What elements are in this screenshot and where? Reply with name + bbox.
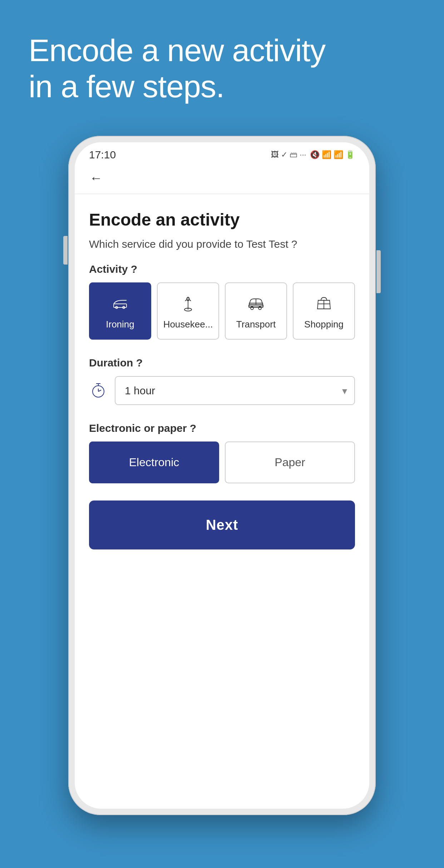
service-question: Which service did you provide to Test Te… [89, 238, 355, 250]
status-bar: 17:10 🖼 ✓ 🗃 ··· 🔇 📶 📶 🔋 [75, 142, 369, 164]
phone-outer: 17:10 🖼 ✓ 🗃 ··· 🔇 📶 📶 🔋 ← Encode an acti… [68, 136, 376, 815]
activity-label-ironing: Ironing [106, 319, 134, 330]
activity-card-transport[interactable]: Transport [225, 282, 287, 340]
electronic-button[interactable]: Electronic [89, 442, 219, 483]
payment-section-label: Electronic or paper ? [89, 422, 355, 434]
ironing-icon [111, 294, 129, 314]
activity-label-transport: Transport [236, 319, 276, 330]
svg-line-17 [98, 390, 101, 391]
header-title: Encode a new activity in a few steps. [29, 32, 415, 104]
timer-icon [89, 381, 108, 401]
activity-label-shopping: Shopping [304, 319, 344, 330]
background-header: Encode a new activity in a few steps. [0, 0, 444, 126]
transport-icon [247, 294, 265, 314]
phone-side-right [376, 250, 381, 293]
back-button[interactable]: ← [87, 169, 105, 187]
activity-section-label: Activity ? [89, 263, 355, 275]
activity-card-housekeeping[interactable]: Housekee... [157, 282, 219, 340]
activity-label-housekeeping: Housekee... [163, 319, 213, 330]
phone-inner: 17:10 🖼 ✓ 🗃 ··· 🔇 📶 📶 🔋 ← Encode an acti… [75, 142, 369, 809]
screen-content: Encode an activity Which service did you… [75, 194, 369, 809]
system-icons: 🔇 📶 📶 🔋 [310, 150, 355, 159]
duration-select-wrapper: 30 minutes 1 hour 2 hours 3 hours 4 hour… [115, 376, 355, 405]
activity-grid: Ironing Housekee... [89, 282, 355, 340]
status-icons: 🖼 ✓ 🗃 ··· 🔇 📶 📶 🔋 [271, 150, 355, 159]
payment-buttons: Electronic Paper [89, 442, 355, 483]
phone-side-left [63, 236, 68, 265]
payment-section: Electronic or paper ? Electronic Paper [89, 422, 355, 483]
paper-button[interactable]: Paper [225, 442, 355, 483]
activity-card-shopping[interactable]: Shopping [293, 282, 355, 340]
duration-section-label: Duration ? [89, 357, 355, 369]
nav-bar: ← [75, 164, 369, 194]
back-arrow-icon: ← [90, 171, 103, 186]
duration-select[interactable]: 30 minutes 1 hour 2 hours 3 hours 4 hour… [115, 376, 355, 405]
activity-card-ironing[interactable]: Ironing [89, 282, 151, 340]
housekeeping-icon [179, 294, 197, 314]
phone-device: 17:10 🖼 ✓ 🗃 ··· 🔇 📶 📶 🔋 ← Encode an acti… [68, 136, 376, 815]
next-button[interactable]: Next [89, 500, 355, 549]
duration-row: 30 minutes 1 hour 2 hours 3 hours 4 hour… [89, 376, 355, 405]
shopping-icon [315, 294, 333, 314]
page-title: Encode an activity [89, 210, 355, 230]
notification-icons: 🖼 ✓ 🗃 ··· [271, 150, 306, 159]
status-time: 17:10 [89, 149, 116, 161]
